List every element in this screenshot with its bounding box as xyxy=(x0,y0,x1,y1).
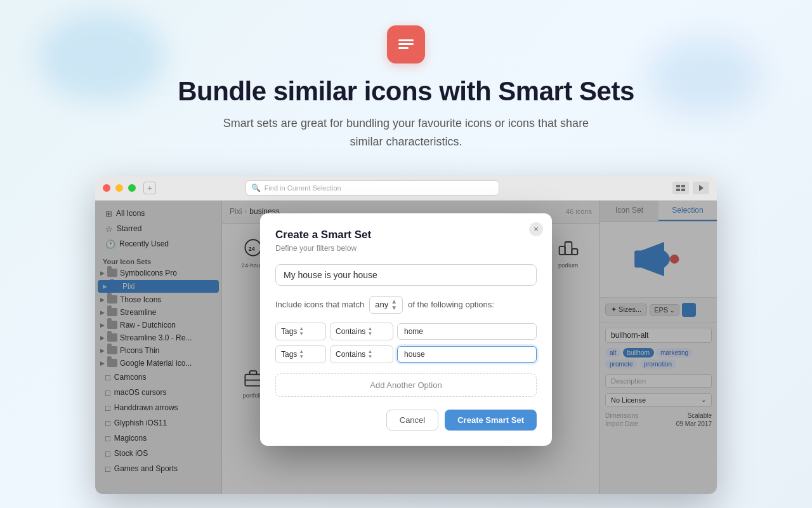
filter-type-select-1[interactable]: Tags ▲ ▼ xyxy=(275,323,326,340)
hero-title: Bundle similar icons with Smart Sets xyxy=(13,76,799,107)
match-label-after: of the following options: xyxy=(408,300,494,309)
filter-row-2: Tags ▲ ▼ Contains ▲ ▼ xyxy=(275,345,537,363)
filter-condition-select-2[interactable]: Contains ▲ ▼ xyxy=(330,345,393,363)
view-toggle-button[interactable] xyxy=(672,182,689,194)
filter-value-input-1[interactable] xyxy=(397,323,537,340)
svg-rect-5 xyxy=(676,189,680,191)
svg-marker-7 xyxy=(699,185,704,191)
modal-actions: Cancel Create Smart Set xyxy=(275,410,537,431)
search-placeholder: Find in Current Selection xyxy=(265,184,341,192)
cancel-button[interactable]: Cancel xyxy=(386,410,438,431)
filter-condition-chevrons-2: ▲ ▼ xyxy=(367,349,372,359)
filter-condition-label-2: Contains xyxy=(336,350,365,359)
match-type-select[interactable]: any ▲ ▼ xyxy=(369,296,403,314)
svg-rect-3 xyxy=(676,185,680,187)
app-window: + 🔍 Find in Current Selection ⊞ All Icon… xyxy=(95,177,717,494)
nav-forward-button[interactable] xyxy=(693,182,709,194)
modal-title: Create a Smart Set xyxy=(275,229,537,241)
filter-type-label-1: Tags xyxy=(281,327,297,336)
svg-rect-6 xyxy=(681,189,685,191)
filter-type-chevrons-2: ▲ ▼ xyxy=(299,349,304,359)
modal-overlay: × Create a Smart Set Define your filters… xyxy=(95,201,717,494)
match-value: any xyxy=(375,300,388,309)
filter-type-chevrons-1: ▲ ▼ xyxy=(299,326,304,337)
close-button[interactable] xyxy=(103,184,110,192)
maximize-button[interactable] xyxy=(128,184,136,192)
modal-close-button[interactable]: × xyxy=(529,222,543,236)
title-bar: + 🔍 Find in Current Selection xyxy=(95,177,717,201)
minimize-button[interactable] xyxy=(115,184,123,192)
add-option-button[interactable]: Add Another Option xyxy=(275,373,537,397)
filter-type-label-2: Tags xyxy=(281,350,297,359)
hero-subtitle: Smart sets are great for bundling your f… xyxy=(216,114,596,151)
match-chevrons-icon: ▲ ▼ xyxy=(391,298,397,311)
svg-rect-1 xyxy=(398,43,414,45)
filter-condition-select-1[interactable]: Contains ▲ ▼ xyxy=(330,323,393,340)
filter-condition-chevrons-1: ▲ ▼ xyxy=(367,326,372,337)
smart-sets-icon xyxy=(396,34,416,55)
match-label-before: Include icons that match xyxy=(275,300,364,309)
create-smart-set-modal: × Create a Smart Set Define your filters… xyxy=(260,213,552,446)
filter-type-select-2[interactable]: Tags ▲ ▼ xyxy=(275,345,326,363)
search-bar[interactable]: 🔍 Find in Current Selection xyxy=(246,180,499,196)
svg-rect-2 xyxy=(398,47,409,49)
svg-rect-4 xyxy=(681,185,685,187)
modal-subtitle: Define your filters below xyxy=(275,244,537,253)
hero-section: Bundle similar icons with Smart Sets Sma… xyxy=(0,0,812,164)
hero-icon-container xyxy=(387,25,425,64)
create-smart-set-button[interactable]: Create Smart Set xyxy=(445,410,537,431)
filter-condition-label-1: Contains xyxy=(336,327,365,336)
search-icon: 🔍 xyxy=(251,184,261,192)
filter-row-1: Tags ▲ ▼ Contains ▲ ▼ xyxy=(275,323,537,340)
title-bar-actions xyxy=(672,182,709,194)
filter-value-input-2[interactable] xyxy=(397,346,537,363)
smart-set-name-input[interactable] xyxy=(275,264,537,286)
add-tab-button[interactable]: + xyxy=(143,182,156,194)
svg-rect-0 xyxy=(398,39,414,41)
match-row: Include icons that match any ▲ ▼ of the … xyxy=(275,296,537,314)
